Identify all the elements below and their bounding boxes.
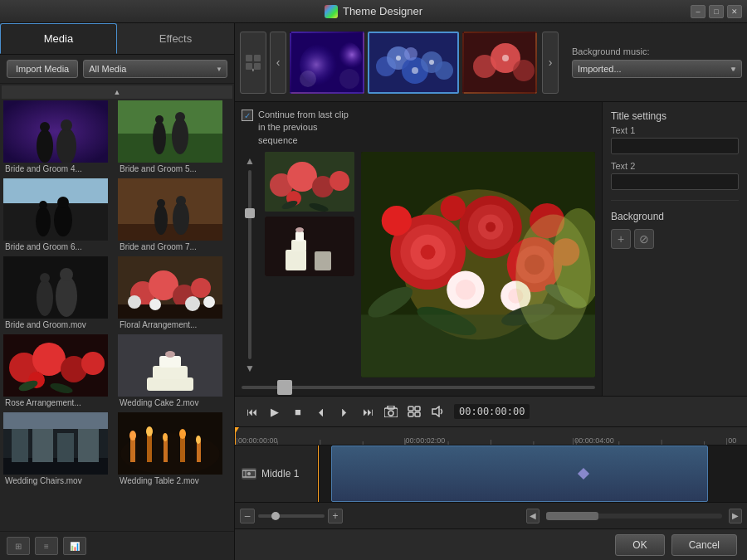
rewind-button[interactable]: ⏮ — [242, 402, 261, 421]
minimize-button[interactable]: – — [691, 5, 706, 18]
scroll-bar-track — [546, 514, 723, 519]
tab-media[interactable]: Media — [0, 23, 117, 54]
track-keyframe[interactable] — [578, 468, 589, 480]
split-view-button[interactable]: ⊞ — [7, 537, 30, 555]
svg-point-10 — [175, 112, 185, 122]
theme-thumbnail-1[interactable] — [290, 32, 364, 94]
step-forward-button[interactable]: ⏵ — [334, 402, 354, 421]
theme-prev-button[interactable]: ‹ — [270, 32, 286, 94]
svg-point-13 — [36, 207, 51, 236]
h-slider-track — [242, 386, 595, 389]
media-label: Bride and Groom.mov — [3, 319, 116, 333]
svg-rect-53 — [12, 429, 28, 462]
media-filter-dropdown[interactable]: All Media — [83, 60, 227, 78]
svg-point-94 — [502, 55, 509, 61]
scroll-left-button[interactable]: ◀ — [526, 509, 540, 523]
list-item[interactable]: Wedding Cake 2.mov — [118, 334, 231, 411]
chart-view-button[interactable]: 📊 — [63, 537, 86, 555]
snapshot-button[interactable] — [381, 402, 401, 421]
play-button[interactable]: ▶ — [265, 402, 285, 421]
loop-button[interactable] — [404, 402, 424, 421]
svg-point-27 — [60, 268, 73, 281]
svg-point-114 — [421, 245, 436, 260]
list-item[interactable]: Wedding Chairs.mov — [3, 412, 116, 489]
clip-option-checkbox[interactable] — [242, 110, 253, 121]
volume-button[interactable] — [427, 402, 447, 421]
svg-point-158 — [247, 472, 251, 475]
list-item[interactable]: Bride and Groom 6... — [3, 178, 116, 255]
list-view-button[interactable]: ≡ — [35, 537, 58, 555]
cancel-button[interactable]: Cancel — [671, 534, 737, 556]
zoom-minus-button[interactable]: – — [240, 509, 255, 523]
timeline-tracks: Middle 1 — [235, 446, 747, 502]
titlebar-controls: – □ ✕ — [691, 5, 742, 18]
fast-forward-button[interactable]: ⏭ — [358, 402, 378, 421]
svg-point-118 — [486, 222, 496, 232]
svg-point-79 — [339, 69, 359, 89]
step-back-button[interactable]: ⏴ — [311, 402, 331, 421]
svg-point-1 — [37, 129, 53, 163]
maximize-button[interactable]: □ — [709, 5, 724, 18]
list-item[interactable]: Bride and Groom 7... — [118, 178, 231, 255]
zoom-slider[interactable] — [258, 514, 325, 518]
h-slider-thumb[interactable] — [277, 380, 292, 395]
zoom-slider-thumb[interactable] — [271, 512, 280, 520]
svg-point-4 — [61, 119, 72, 131]
bg-add-button[interactable]: + — [611, 229, 631, 249]
scroll-right-button[interactable]: ▶ — [729, 509, 742, 523]
svg-point-89 — [429, 60, 434, 65]
media-thumbnail — [3, 256, 108, 319]
small-preview-1[interactable] — [265, 152, 354, 212]
vertical-slider[interactable]: ▲ ▼ — [242, 152, 258, 377]
svg-point-15 — [39, 201, 47, 209]
scroll-bar-thumb[interactable] — [546, 512, 599, 520]
zoom-plus-button[interactable]: + — [328, 509, 343, 523]
theme-next-button[interactable]: › — [542, 32, 559, 94]
theme-thumbnail-2[interactable] — [368, 32, 459, 94]
tab-effects[interactable]: Effects — [117, 23, 234, 54]
text1-label: Text 1 — [611, 125, 739, 135]
svg-point-26 — [40, 273, 50, 283]
list-item[interactable]: Bride and Groom 5... — [118, 100, 231, 177]
media-thumbnail — [3, 334, 108, 397]
list-item[interactable]: Bride and Groom.mov — [3, 256, 116, 333]
playhead-marker — [235, 427, 239, 434]
v-slider-up-arrow[interactable]: ▲ — [245, 155, 255, 167]
media-thumbnail — [118, 256, 222, 319]
add-theme-button[interactable]: + — [240, 32, 266, 94]
close-button[interactable]: ✕ — [727, 5, 742, 18]
svg-point-122 — [382, 206, 412, 236]
media-grid[interactable]: ▲ Bride and Groom 4... — [0, 84, 234, 531]
svg-text:+: + — [249, 65, 256, 71]
svg-point-78 — [300, 71, 316, 87]
action-bar: OK Cancel — [235, 528, 747, 560]
track-label: Middle 1 — [261, 468, 299, 480]
small-preview-2[interactable] — [265, 217, 354, 276]
svg-point-3 — [40, 122, 50, 132]
list-item[interactable]: Bride and Groom 4... — [3, 100, 116, 177]
bg-remove-button[interactable]: ⊘ — [634, 229, 654, 249]
list-item[interactable]: Rose Arrangement... — [3, 334, 116, 411]
list-item[interactable]: Wedding Table 2.mov — [118, 412, 231, 489]
media-label: Bride and Groom 7... — [118, 241, 231, 255]
svg-rect-23 — [3, 256, 108, 319]
track-label-area: Middle 1 — [235, 446, 318, 502]
ok-button[interactable]: OK — [615, 534, 664, 556]
svg-rect-49 — [159, 356, 181, 368]
import-media-button[interactable]: Import Media — [7, 60, 78, 78]
dropdown-arrow: ▼ — [730, 66, 736, 73]
list-item[interactable]: Floral Arrangement... — [118, 256, 231, 333]
bg-music-dropdown[interactable]: Imported... ▼ — [572, 60, 742, 78]
main-preview — [361, 152, 595, 377]
text2-input[interactable] — [611, 173, 739, 190]
v-slider-thumb[interactable] — [245, 208, 255, 218]
track-clip[interactable] — [331, 446, 709, 502]
theme-thumbnail-3[interactable] — [462, 32, 537, 94]
scroll-up-arrow[interactable]: ▲ — [2, 85, 232, 99]
svg-rect-140 — [408, 407, 413, 411]
v-slider-down-arrow[interactable]: ▼ — [245, 363, 255, 374]
stop-button[interactable]: ■ — [288, 402, 308, 421]
svg-point-2 — [56, 128, 76, 163]
text1-input[interactable] — [611, 138, 739, 154]
svg-point-69 — [120, 433, 220, 475]
